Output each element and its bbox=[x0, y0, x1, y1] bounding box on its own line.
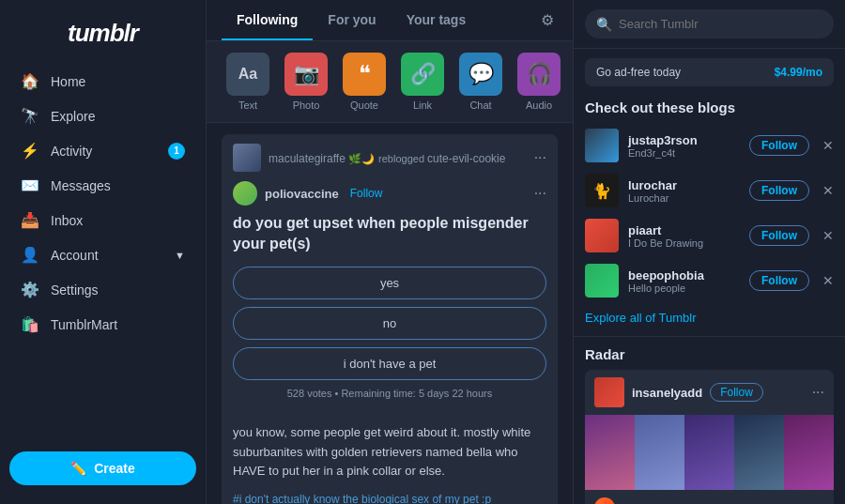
blog-item-0: justap3rson End3r_c4t Follow ✕ bbox=[585, 123, 834, 168]
blog-info-3: beepophobia Hello people bbox=[628, 268, 740, 294]
post-reblog-header: maculategiraffe 🌿🌙 reblogged cute-evil-c… bbox=[222, 134, 558, 181]
tumblrmart-icon: 🛍️ bbox=[21, 315, 39, 333]
blog-name-3: beepophobia bbox=[628, 268, 740, 283]
radar-options-icon[interactable]: ··· bbox=[812, 384, 824, 401]
blaze-label: Blaze bbox=[622, 501, 654, 505]
follow-button-0[interactable]: Follow bbox=[749, 135, 809, 156]
reblogger-username[interactable]: maculategiraffe bbox=[269, 152, 346, 165]
follow-button-1[interactable]: Follow bbox=[749, 180, 809, 201]
radar-image-5 bbox=[784, 415, 834, 490]
link-type-icon: 🔗 bbox=[401, 53, 444, 96]
post-type-photo[interactable]: 📷 Photo bbox=[280, 53, 332, 111]
sidebar-item-label-tumblrmart: TumblrMart bbox=[51, 317, 117, 332]
sidebar-item-activity[interactable]: ⚡ Activity 1 bbox=[9, 134, 196, 167]
post-body-text: you know, some people get weird about it… bbox=[222, 420, 558, 491]
post-type-chat[interactable]: 💬 Chat bbox=[454, 53, 507, 111]
radar-image-2 bbox=[635, 415, 684, 490]
radar-image-3 bbox=[684, 415, 734, 490]
sidebar-item-settings[interactable]: ⚙️ Settings bbox=[9, 273, 196, 306]
sidebar-item-home[interactable]: 🏠 Home bbox=[9, 65, 196, 98]
account-arrow-icon: ▼ bbox=[175, 250, 185, 261]
post-type-quote[interactable]: ❝ Quote bbox=[338, 53, 391, 111]
home-icon: 🏠 bbox=[21, 72, 39, 90]
blog-list: justap3rson End3r_c4t Follow ✕ 🐈 lurocha… bbox=[574, 123, 845, 303]
poll-option-yes[interactable]: yes bbox=[233, 267, 546, 299]
search-input-wrap: 🔍 bbox=[585, 9, 834, 38]
post-hashtags: #i don't actually know the biological se… bbox=[222, 491, 558, 504]
feed-settings-icon[interactable]: ⚙ bbox=[537, 0, 558, 40]
quote-type-icon: ❝ bbox=[343, 53, 386, 96]
blaze-flame-icon: 🔥 bbox=[594, 497, 615, 504]
blog-handle-2: I Do Be Drawing bbox=[628, 237, 740, 249]
poll-option-no-pet[interactable]: i don't have a pet bbox=[233, 347, 546, 380]
post-inner-options-icon[interactable]: ··· bbox=[534, 185, 546, 202]
radar-image-4 bbox=[734, 415, 784, 490]
ad-label: Go ad-free today bbox=[596, 66, 681, 79]
sidebar-item-inbox[interactable]: 📥 Inbox bbox=[9, 204, 196, 237]
author-username[interactable]: poliovaccine bbox=[265, 187, 339, 201]
sidebar-item-label-account: Account bbox=[51, 248, 99, 263]
sidebar-item-label-messages: Messages bbox=[51, 178, 111, 193]
radar-images bbox=[585, 415, 834, 490]
dismiss-button-1[interactable]: ✕ bbox=[822, 183, 834, 198]
settings-icon: ⚙️ bbox=[21, 281, 39, 298]
sidebar-item-explore[interactable]: 🔭 Explore bbox=[9, 99, 196, 132]
sidebar-item-tumblrmart[interactable]: 🛍️ TumblrMart bbox=[9, 308, 196, 341]
dismiss-button-0[interactable]: ✕ bbox=[822, 138, 834, 153]
sidebar-item-account[interactable]: 👤 Account ▼ bbox=[9, 238, 196, 271]
poll-stats: 528 votes • Remaining time: 5 days 22 ho… bbox=[233, 388, 546, 399]
feed-tabs: Following For you Your tags ⚙ bbox=[207, 0, 573, 41]
poll-content: do you get upset when people misgender y… bbox=[222, 213, 558, 420]
sidebar-nav: 🏠 Home 🔭 Explore ⚡ Activity 1 ✉️ Message… bbox=[0, 65, 206, 341]
explore-icon: 🔭 bbox=[21, 107, 39, 125]
app-logo: tumblr bbox=[0, 9, 206, 65]
post-type-audio[interactable]: 🎧 Audio bbox=[513, 53, 565, 111]
blog-info-2: piaart I Do Be Drawing bbox=[628, 223, 740, 249]
post-author-header: poliovaccine Follow ··· bbox=[222, 181, 558, 213]
dismiss-button-3[interactable]: ✕ bbox=[822, 273, 834, 288]
blog-name-1: lurochar bbox=[628, 178, 740, 192]
feed: maculategiraffe 🌿🌙 reblogged cute-evil-c… bbox=[207, 123, 573, 504]
ad-banner[interactable]: Go ad-free today $4.99/mo bbox=[585, 58, 834, 86]
radar-section: Radar insanelyadd Follow ··· 🔥 Blaze bbox=[574, 337, 845, 504]
activity-icon: ⚡ bbox=[21, 142, 39, 160]
reblog-label: reblogged bbox=[378, 153, 427, 164]
search-input[interactable] bbox=[585, 9, 834, 38]
create-button[interactable]: ✏️ Create bbox=[9, 451, 196, 485]
post-options-icon[interactable]: ··· bbox=[534, 149, 546, 166]
radar-avatar bbox=[594, 377, 624, 407]
tab-for-you[interactable]: For you bbox=[313, 1, 391, 40]
poll-option-no[interactable]: no bbox=[233, 307, 546, 340]
post-type-link[interactable]: 🔗 Link bbox=[396, 53, 449, 111]
sidebar-item-messages[interactable]: ✉️ Messages bbox=[9, 169, 196, 202]
sidebar-item-label-activity: Activity bbox=[51, 144, 92, 159]
tab-following[interactable]: Following bbox=[222, 1, 313, 40]
blog-info-1: lurochar Lurochar bbox=[628, 178, 740, 204]
blog-handle-0: End3r_c4t bbox=[628, 147, 740, 159]
blog-handle-3: Hello people bbox=[628, 283, 740, 294]
post-card: maculategiraffe 🌿🌙 reblogged cute-evil-c… bbox=[222, 134, 558, 504]
chat-type-icon: 💬 bbox=[459, 53, 502, 96]
post-type-text[interactable]: Aa Text bbox=[222, 53, 274, 111]
follow-button-2[interactable]: Follow bbox=[749, 225, 809, 246]
reblog-source[interactable]: cute-evil-cookie bbox=[427, 152, 505, 165]
blogs-section-title: Check out these blogs bbox=[574, 96, 845, 123]
radar-follow-button[interactable]: Follow bbox=[710, 383, 763, 402]
radar-title: Radar bbox=[585, 346, 834, 362]
text-type-icon: Aa bbox=[226, 53, 269, 96]
follow-button-3[interactable]: Follow bbox=[749, 270, 809, 291]
radar-username[interactable]: insanelyadd bbox=[632, 386, 702, 400]
tab-your-tags[interactable]: Your tags bbox=[392, 1, 482, 40]
radar-card: insanelyadd Follow ··· 🔥 Blaze 725 notes… bbox=[585, 370, 834, 504]
sidebar-item-label-inbox: Inbox bbox=[51, 213, 83, 228]
activity-badge: 1 bbox=[168, 143, 185, 160]
author-avatar bbox=[233, 181, 257, 206]
radar-card-header: insanelyadd Follow ··· bbox=[585, 370, 834, 415]
follow-author-link[interactable]: Follow bbox=[350, 187, 383, 200]
dismiss-button-2[interactable]: ✕ bbox=[822, 228, 834, 243]
create-pencil-icon: ✏️ bbox=[70, 461, 86, 476]
explore-all-link[interactable]: Explore all of Tumblr bbox=[574, 303, 845, 337]
radar-blaze: 🔥 Blaze bbox=[585, 490, 834, 504]
blog-avatar-3 bbox=[585, 264, 619, 298]
blog-name-0: justap3rson bbox=[628, 133, 740, 147]
